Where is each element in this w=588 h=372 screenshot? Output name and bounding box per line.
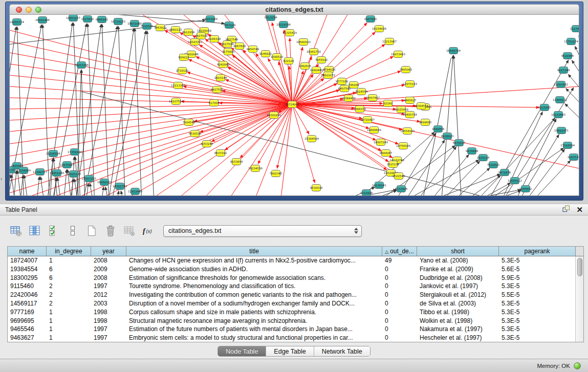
zoom-window-button[interactable]: [35, 7, 41, 13]
network-node[interactable]: 7682345: [271, 170, 280, 177]
network-node[interactable]: 15751074: [567, 38, 576, 45]
network-node[interactable]: 8454749: [248, 46, 257, 53]
table-row[interactable]: 946362711997Embryonic stem cells: a mode…: [8, 334, 583, 342]
table-row[interactable]: 969969511998Structural magnetic resonanc…: [8, 317, 583, 325]
network-node[interactable]: 9465627: [405, 97, 415, 104]
network-node[interactable]: 9827508: [223, 40, 232, 48]
table-row[interactable]: 1872400712008Changes of HCN gene express…: [8, 256, 583, 265]
network-node[interactable]: 10975887: [62, 161, 72, 168]
network-node[interactable]: 7957224: [225, 21, 234, 29]
column-settings-icon[interactable]: [28, 224, 41, 237]
network-node[interactable]: 2935114: [478, 154, 488, 161]
network-node[interactable]: 2967608: [235, 42, 244, 50]
network-node[interactable]: 12975103: [405, 80, 415, 87]
network-node[interactable]: 822120: [284, 57, 293, 64]
network-node[interactable]: 1733426: [397, 185, 406, 192]
network-node[interactable]: 17016504: [563, 142, 572, 149]
network-node[interactable]: 8471676: [500, 169, 509, 176]
network-node[interactable]: 9227349: [559, 67, 568, 74]
float-panel-icon[interactable]: [562, 205, 570, 214]
row-height-icon[interactable]: [66, 224, 79, 237]
column-header-name[interactable]: name: [8, 247, 47, 256]
network-node[interactable]: 10210643: [554, 111, 563, 118]
network-node[interactable]: 16053809: [206, 15, 215, 23]
network-node[interactable]: 10543392: [190, 38, 200, 46]
close-window-button[interactable]: [16, 7, 22, 13]
network-node[interactable]: 12342757: [35, 168, 45, 176]
network-node[interactable]: 9530510: [190, 130, 200, 137]
network-node[interactable]: 8912954: [184, 29, 193, 36]
network-node[interactable]: 15720407: [363, 116, 372, 123]
network-node[interactable]: 9777169: [337, 78, 346, 85]
network-node[interactable]: 9474444: [467, 147, 476, 155]
network-node[interactable]: 11325419: [285, 29, 294, 36]
network-node[interactable]: 19756928: [399, 142, 408, 149]
network-node[interactable]: 9884067: [381, 149, 390, 157]
network-node[interactable]: 2718120: [178, 67, 187, 74]
network-node[interactable]: 8466161: [97, 16, 106, 23]
network-node[interactable]: 1723426: [362, 189, 371, 196]
network-node[interactable]: 8637292: [216, 149, 225, 157]
network-node[interactable]: 18621072: [323, 72, 333, 79]
network-node[interactable]: 10607487: [368, 94, 377, 101]
network-node[interactable]: 15384504: [307, 135, 316, 142]
network-node[interactable]: 16961758: [309, 48, 318, 55]
network-node[interactable]: 16648784: [449, 47, 458, 54]
network-node[interactable]: 6879197: [454, 139, 464, 146]
table-row[interactable]: 911546021997Tourette syndrome. Phenomeno…: [8, 282, 583, 291]
network-node[interactable]: 3824554: [357, 88, 366, 95]
table-settings-icon[interactable]: [9, 224, 23, 237]
network-node[interactable]: 7924541: [184, 119, 193, 126]
column-header-title[interactable]: title: [126, 247, 382, 256]
network-node[interactable]: 1527602: [83, 15, 92, 23]
network-canvas[interactable]: 2405572420691406106532571527602846616110…: [9, 15, 579, 196]
network-node[interactable]: 20364456: [344, 95, 353, 102]
network-node[interactable]: 18907249: [376, 139, 385, 146]
table-row[interactable]: 1830029562008Estimation of significance …: [8, 274, 583, 282]
function-builder-icon[interactable]: f(x): [142, 224, 155, 237]
network-node[interactable]: 7663822: [156, 24, 165, 31]
network-node[interactable]: 9242848: [219, 61, 228, 68]
network-node[interactable]: 18640910: [299, 38, 308, 46]
network-node[interactable]: 7485063: [401, 66, 410, 73]
network-node[interactable]: 17957255: [84, 175, 94, 182]
network-node[interactable]: 989011: [179, 54, 188, 61]
network-node[interactable]: 7986372: [355, 105, 364, 113]
network-node[interactable]: 9699695: [421, 119, 430, 126]
table-row[interactable]: 1938455462009Genome-wide association stu…: [8, 265, 583, 274]
tab-network-table[interactable]: Network Table: [314, 346, 370, 356]
network-node[interactable]: 1117463: [572, 25, 579, 32]
network-node[interactable]: 8215955: [540, 104, 549, 111]
network-node[interactable]: 12213967: [385, 38, 394, 45]
network-node[interactable]: 9153654: [232, 158, 241, 165]
column-header-in_degree[interactable]: in_degree: [47, 247, 91, 256]
network-node[interactable]: 9860123: [171, 26, 180, 33]
network-node[interactable]: 1053244: [202, 140, 211, 147]
table-chooser-select[interactable]: citations_edges.txt: [163, 225, 362, 237]
network-node[interactable]: 19384554: [417, 102, 426, 110]
network-node[interactable]: 1615132: [388, 161, 398, 168]
network-node[interactable]: 1990448: [312, 67, 321, 74]
column-header-pagerank[interactable]: pagerank: [499, 247, 576, 256]
network-node[interactable]: 8427552: [212, 86, 222, 93]
create-table-icon[interactable]: [85, 224, 98, 237]
network-node[interactable]: 17359928: [70, 148, 79, 156]
table-row[interactable]: 977716911998Corpus callosum shape and si…: [8, 308, 583, 317]
table-row[interactable]: 2242004622012Investigating the contribut…: [8, 291, 583, 299]
network-node[interactable]: 8938923: [443, 133, 452, 140]
network-node[interactable]: 10234556: [251, 165, 260, 172]
network-node[interactable]: 11156889: [19, 167, 28, 174]
network-node[interactable]: 417004: [209, 99, 219, 106]
table-row[interactable]: 946554611997Estimation of the future num…: [8, 325, 583, 334]
network-node[interactable]: 12923448: [130, 188, 140, 195]
network-node[interactable]: 18495756: [405, 111, 415, 118]
delete-table-icon[interactable]: [104, 224, 117, 237]
panel-collapse-arrow[interactable]: ‹: [1, 176, 2, 182]
network-node[interactable]: 16154838: [375, 25, 384, 32]
network-node[interactable]: 10653257: [69, 15, 78, 21]
network-node[interactable]: 10719133: [114, 18, 123, 25]
column-header-short[interactable]: short: [417, 247, 499, 256]
network-node[interactable]: 1588520: [272, 53, 281, 60]
network-node[interactable]: 1362615: [300, 62, 310, 70]
network-node[interactable]: 2803144: [216, 74, 225, 81]
